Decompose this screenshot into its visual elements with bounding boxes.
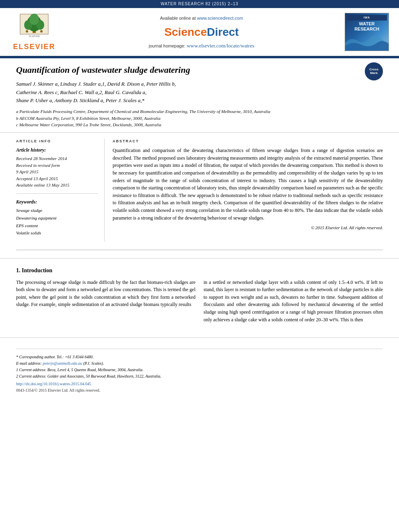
crossmark-badge: CrossMark xyxy=(365,62,383,80)
article-history: Article history: Received 28 November 20… xyxy=(16,147,98,188)
abstract-label: ABSTRACT xyxy=(113,139,383,144)
keyword-1: Sewage sludge xyxy=(16,207,98,214)
affiliations: a Particulate Fluids Processing Centre, … xyxy=(16,108,383,128)
doi-link[interactable]: http://dx.doi.org/10.1016/j.watres.2015.… xyxy=(16,382,91,386)
email-address: E-mail address: peterjs@unimelb.edu.au (… xyxy=(16,360,383,367)
affiliation-b: b AECOM Australia Pty, Level 9, 8 Exhibi… xyxy=(16,115,383,122)
page-header: ELSEVIER ELSEVIER Available online at ww… xyxy=(0,8,399,57)
footnote-2: 2 Current address: Golder and Associates… xyxy=(16,373,383,380)
elsevier-tree-icon: ELSEVIER xyxy=(18,12,50,40)
journal-citation: WATER RESEARCH 82 (2015) 2–13 xyxy=(161,2,239,6)
available-online-text: Available online at www.sciencedirect.co… xyxy=(160,14,243,22)
keyword-2: Dewatering equipment xyxy=(16,214,98,222)
journal-cover-wave-icon xyxy=(345,31,389,51)
affiliation-c: c Melbourne Water Corporation, 990 La Tr… xyxy=(16,121,383,128)
introduction-content: The processing of sewage sludge is made … xyxy=(16,279,383,324)
footer-divider xyxy=(16,349,383,349)
email-link[interactable]: peterjs@unimelb.edu.au xyxy=(43,361,82,366)
intro-right-text: in a settled or networked sludge layer w… xyxy=(204,279,383,324)
article-info-col: ARTICLE INFO Article history: Received 2… xyxy=(16,139,105,242)
article-meta-section: ARTICLE INFO Article history: Received 2… xyxy=(0,139,399,242)
doi-line: http://dx.doi.org/10.1016/j.watres.2015.… xyxy=(16,381,383,387)
introduction-heading: 1. Introduction xyxy=(16,267,383,275)
journal-url[interactable]: www.elsevier.com/locate/watres xyxy=(187,43,254,49)
footnote-1: 1 Current address: Beca, Level 4, 5 Quee… xyxy=(16,367,383,373)
intro-left-col: The processing of sewage sludge is made … xyxy=(16,279,195,324)
authors-line: Samuel J. Skinner a, Lindsay J. Studer a… xyxy=(16,80,383,105)
keywords-list: Sewage sludge Dewatering equipment EPS c… xyxy=(16,207,98,237)
publisher-logo-area: ELSEVIER ELSEVIER xyxy=(8,12,60,52)
svg-point-5 xyxy=(29,14,39,25)
issn-line: 0043-1354/© 2015 Elsevier Ltd. All right… xyxy=(16,388,383,393)
journal-header-bar: WATER RESEARCH 82 (2015) 2–13 xyxy=(0,0,399,8)
header-center-content: Available online at www.sciencedirect.co… xyxy=(64,12,339,52)
intro-right-col: in a settled or networked sludge layer w… xyxy=(204,279,383,324)
sciencedirect-brand: ScienceDirect xyxy=(164,24,239,40)
elsevier-logo: ELSEVIER ELSEVIER xyxy=(13,12,55,52)
keywords-label: Keywords: xyxy=(16,199,98,205)
footnotes: * Corresponding author. Tel.: +61 3 8344… xyxy=(16,354,383,380)
abstract-col: ABSTRACT Quantification and comparison o… xyxy=(113,139,383,242)
revised-date: 9 April 2015 xyxy=(16,168,98,175)
svg-point-7 xyxy=(40,30,43,33)
keyword-3: EPS content xyxy=(16,222,98,230)
article-title: Quantification of wastewater sludge dewa… xyxy=(16,64,383,76)
copyright-line: © 2015 Elsevier Ltd. All rights reserved… xyxy=(113,225,383,231)
journal-cover-image: IWA WATER RESEARCH xyxy=(345,13,389,51)
journal-cover-org: IWA xyxy=(347,15,387,21)
affiliation-a: a Particulate Fluids Processing Centre, … xyxy=(16,108,383,115)
svg-point-6 xyxy=(26,30,28,33)
sciencedirect-url[interactable]: www.sciencedirect.com xyxy=(197,16,243,21)
revised-label: Received in revised form xyxy=(16,162,98,169)
keyword-4: Volatile solids xyxy=(16,229,98,237)
accepted-date: Accepted 13 April 2015 xyxy=(16,175,98,182)
title-section: CrossMark Quantification of wastewater s… xyxy=(0,58,399,132)
abstract-text: Quantification and comparison of the dew… xyxy=(113,147,383,222)
intro-left-text: The processing of sewage sludge is made … xyxy=(16,279,195,308)
available-online-date: Available online 13 May 2015 xyxy=(16,182,98,189)
history-label: Article history: xyxy=(16,147,98,154)
elsevier-brand-text: ELSEVIER xyxy=(13,42,55,52)
received-date: Received 28 November 2014 xyxy=(16,155,98,162)
footer-section: * Corresponding author. Tel.: +61 3 8344… xyxy=(0,337,399,397)
keywords-section: Keywords: Sewage sludge Dewatering equip… xyxy=(16,199,98,237)
journal-homepage-line: journal homepage: www.elsevier.com/locat… xyxy=(149,42,254,49)
info-divider xyxy=(16,193,98,194)
svg-text:ELSEVIER: ELSEVIER xyxy=(29,35,40,37)
section-divider xyxy=(16,250,383,250)
journal-cover-area: IWA WATER RESEARCH xyxy=(343,12,391,52)
introduction-section: 1. Introduction The processing of sewage… xyxy=(0,258,399,331)
corresponding-author: * Corresponding author. Tel.: +61 3 8344… xyxy=(16,354,383,360)
article-info-label: ARTICLE INFO xyxy=(16,139,98,144)
